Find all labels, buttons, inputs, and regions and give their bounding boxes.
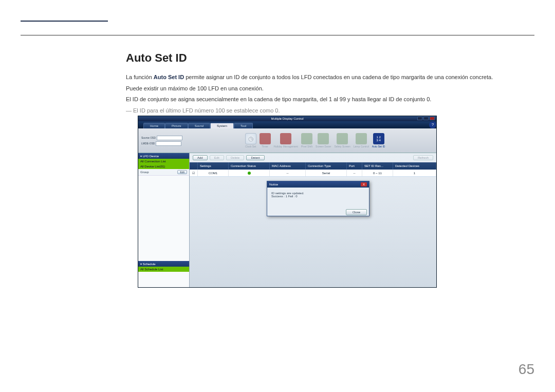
notice-dialog: Notice X ID settings are updated. Succes… (267, 181, 369, 216)
grid-header: Settings Connection Status MAC Address C… (190, 162, 436, 170)
col-conn-type[interactable]: Connection Type (306, 162, 347, 170)
status-dot-green (248, 172, 251, 175)
dd-label-lmde: LMDE-OSD (141, 142, 155, 145)
cell-check[interactable]: ☑ (190, 170, 198, 176)
tab-system[interactable]: System (210, 123, 234, 128)
paragraph-3: El ID de conjunto se asigna secuencialme… (126, 95, 532, 104)
edit-button[interactable]: Edit (210, 155, 224, 160)
sidebar-edit-button[interactable]: Edit (177, 170, 187, 174)
toolbar-icons: Clock Set Timer Holiday Management Pixel… (197, 133, 433, 148)
para1-suffix: permite asignar un ID de conjunto a todo… (184, 74, 493, 80)
col-detected[interactable]: Detected Devices (393, 162, 436, 170)
sidebar-all-schedule[interactable]: All Schedule List (138, 267, 189, 272)
col-mac[interactable]: MAC Address (270, 162, 306, 170)
col-check[interactable] (190, 162, 198, 170)
help-button[interactable]: ? (429, 121, 436, 128)
tab-sound[interactable]: Sound (188, 123, 210, 128)
dialog-close-icon[interactable]: X (361, 182, 367, 186)
window-buttons (417, 117, 435, 120)
window-title: Multiple Display Control (271, 117, 303, 120)
main-panel: Add Edit Delete Detect Refresh Settings … (190, 153, 436, 287)
sidebar: ▾ LFD Device All Connection List All Dev… (138, 153, 190, 287)
col-conn-status[interactable]: Connection Status (229, 162, 270, 170)
cell-status (229, 170, 270, 176)
col-port[interactable]: Port (347, 162, 362, 170)
header-rule (21, 35, 534, 35)
table-row[interactable]: ☑ COM1 -- Serial -- 0 ~ 11 1 (190, 170, 436, 177)
sidebar-group-label: Group (140, 171, 149, 174)
dialog-line2: Success : 1 Fail : 0 (271, 195, 365, 198)
tool-safety-screen[interactable]: Safety Screen (334, 133, 350, 148)
action-row: Add Edit Delete Detect Refresh (190, 153, 436, 162)
para1-prefix: La función (126, 74, 154, 80)
page-number: 65 (519, 361, 534, 378)
main-tabs: Home Picture Sound System Tool ? (138, 121, 436, 128)
section-heading: Auto Set ID (126, 51, 532, 65)
lamp-icon (356, 133, 367, 144)
page-content: Auto Set ID La función Auto Set ID permi… (126, 51, 532, 114)
minimize-button[interactable] (417, 117, 422, 120)
note-line: El ID para el último LFD número 100 se e… (126, 107, 532, 114)
tab-home[interactable]: Home (143, 123, 165, 128)
dropdown-source-osd[interactable] (157, 136, 182, 140)
cell-type: Serial (306, 170, 347, 176)
thumb-icon (318, 133, 329, 144)
dialog-body: ID settings are updated. Success : 1 Fai… (267, 188, 369, 208)
sidebar-schedule-header[interactable]: ▾ Schedule (138, 261, 189, 267)
window-titlebar: Multiple Display Control (138, 116, 436, 121)
close-window-button[interactable] (430, 117, 435, 120)
dialog-titlebar: Notice X (267, 181, 369, 188)
tool-holiday[interactable]: Holiday Management (274, 133, 298, 148)
para1-bold: Auto Set ID (154, 74, 184, 80)
tool-lamp-control[interactable]: Lamp Control (354, 133, 369, 148)
thumb-icon (301, 133, 312, 144)
cell-detected: 1 (393, 170, 436, 176)
dialog-close-button[interactable]: Close (346, 209, 367, 215)
add-button[interactable]: Add (193, 155, 208, 160)
grid-id-icon: 1 23 4 (373, 133, 384, 144)
sidebar-all-connection[interactable]: All Connection List (138, 159, 189, 164)
col-setid-range[interactable]: SET ID Ran... (362, 162, 393, 170)
tool-auto-set-id[interactable]: 1 23 4Auto Set ID (372, 133, 385, 148)
cell-port: -- (347, 170, 362, 176)
tab-tool[interactable]: Tool (234, 123, 253, 128)
tool-screen-saver[interactable]: Screen Saver (316, 133, 331, 148)
side-accent-rule (21, 21, 108, 22)
sidebar-all-device-list[interactable]: All Device List(01) (138, 164, 189, 169)
refresh-button[interactable]: Refresh (413, 155, 433, 160)
tool-pixel-shift[interactable]: Pixel Shift (301, 133, 312, 148)
tool-clock-set[interactable]: Clock Set (245, 133, 256, 148)
cell-range: 0 ~ 11 (362, 170, 393, 176)
thumb-icon (337, 133, 348, 144)
cell-mac: -- (270, 170, 306, 176)
col-settings[interactable]: Settings (198, 162, 229, 170)
calendar-icon (280, 133, 291, 144)
sidebar-fill2 (138, 272, 189, 287)
sidebar-group-row: Group Edit (138, 169, 189, 176)
timer-icon (260, 133, 271, 144)
tool-timer[interactable]: Timer (260, 133, 271, 148)
dialog-footer: Close (267, 208, 369, 216)
paragraph-1: La función Auto Set ID permite asignar u… (126, 73, 532, 82)
sidebar-fill (138, 176, 189, 261)
paragraph-2: Puede existir un máximo de 100 LFD en un… (126, 84, 532, 94)
sidebar-lfd-header[interactable]: ▾ LFD Device (138, 153, 189, 159)
dd-label-source: Source OSD (141, 136, 156, 139)
dialog-title-text: Notice (269, 183, 278, 186)
app-body: ▾ LFD Device All Connection List All Dev… (138, 153, 436, 287)
dropdown-lmde-osd[interactable] (156, 141, 181, 146)
toolbar-dropdowns: Source OSD LMDE-OSD (141, 136, 193, 146)
clock-icon (245, 133, 256, 144)
ribbon-toolbar: Source OSD LMDE-OSD Clock Set Timer Holi… (138, 128, 436, 153)
cell-settings: COM1 (198, 170, 229, 176)
delete-button[interactable]: Delete (226, 155, 244, 160)
tab-picture[interactable]: Picture (165, 123, 188, 128)
maximize-button[interactable] (423, 117, 429, 120)
app-screenshot: Multiple Display Control Home Picture So… (138, 116, 437, 288)
detect-button[interactable]: Detect (246, 155, 264, 160)
